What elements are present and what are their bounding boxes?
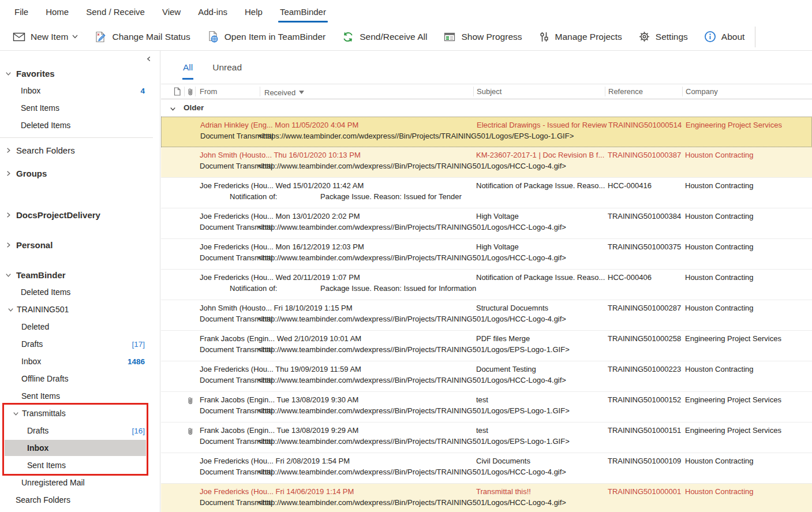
column-header-received-label: Received [264, 88, 295, 97]
chevron-down-icon [6, 306, 15, 313]
folder-label: Drafts [27, 426, 48, 435]
message-detail: <http://www.teambinder.com/wdexpress//Bi… [258, 162, 566, 170]
column-header-received[interactable]: Received [264, 87, 304, 97]
toolbar-button-label: Open Item in TeamBinder [224, 32, 325, 42]
message-subject: Notification of Package Issue. Reaso... [476, 181, 605, 190]
sidebar-item-sent-items[interactable]: Sent Items [0, 387, 160, 405]
message-row[interactable]: John Smith (Housto... Fri 18/10/2019 1:1… [161, 300, 812, 331]
sidebar-item-favorites[interactable]: Favorites [0, 65, 160, 82]
sidebar-item-transmittals[interactable]: Transmittals [0, 405, 160, 422]
ribbon-tab-file[interactable]: File [6, 0, 37, 23]
group-header-older[interactable]: Older [161, 99, 812, 117]
unread-count: 1486 [128, 357, 145, 366]
message-row[interactable]: Joe Fredericks (Hou... Mon 13/01/2020 2:… [161, 208, 812, 239]
message-detail: Package Issue. Reason: Issued for Inform… [320, 284, 476, 293]
sidebar-item-groups[interactable]: Groups [0, 165, 160, 182]
group-header-label: Older [184, 103, 204, 112]
folder-divider [0, 137, 153, 138]
toolbar-button-send-receive-all[interactable]: Send/Receive All [334, 23, 435, 50]
sidebar-item-drafts[interactable]: Drafts[16] [0, 422, 160, 439]
chevron-right-icon [3, 147, 13, 154]
message-detail: <https://www.teambinder.com/wdexpress//B… [259, 132, 574, 140]
toolbar-button-label: Change Mail Status [112, 32, 190, 42]
message-from-and-received: John Smith (Housto... Thu 16/01/2020 10:… [200, 151, 361, 159]
sidebar-item-search-folders[interactable]: Search Folders [0, 141, 160, 159]
filter-tab-all[interactable]: All [183, 51, 193, 84]
ribbon-tab-teambinder[interactable]: TeamBinder [271, 0, 335, 23]
message-subject: Electrical Drawings - Issued for Review [477, 121, 607, 129]
ribbon-tab-add-ins[interactable]: Add-ins [189, 0, 236, 23]
message-reference: TRAINING501000384 [608, 212, 681, 221]
sidebar-item-inbox[interactable]: Inbox [0, 439, 160, 457]
sidebar-item-drafts[interactable]: Drafts[17] [0, 335, 160, 353]
message-reference: TRAINING501000109 [608, 457, 681, 465]
message-row[interactable]: Frank Jacobs (Engin... Tue 13/08/2019 9:… [161, 392, 812, 423]
chevron-right-icon [3, 211, 13, 219]
message-row[interactable]: John Smith (Housto... Thu 16/01/2020 10:… [161, 147, 812, 178]
message-row[interactable]: Joe Fredericks (Hou... Wed 15/01/2020 11… [161, 178, 812, 208]
ribbon-tab-view[interactable]: View [154, 0, 189, 23]
sidebar-item-docsprojectdelivery[interactable]: DocsProjectDelivery [0, 206, 160, 223]
message-row[interactable]: Frank Jacobs (Engin... Tue 13/08/2019 9:… [161, 423, 812, 453]
sidebar-item-deleted-items[interactable]: Deleted Items [0, 117, 160, 134]
toolbar-button-label: Manage Projects [555, 32, 622, 42]
column-header-reference[interactable]: Reference [608, 87, 643, 96]
ribbon: FileHomeSend / ReceiveViewAdd-insHelpTea… [0, 0, 812, 51]
sidebar-item-offline-drafts[interactable]: Offline Drafts [0, 370, 160, 387]
toolbar-button-open-item-in-teambinder[interactable]: Open Item in TeamBinder [199, 23, 334, 50]
sidebar-item-teambinder[interactable]: TeamBinder [0, 266, 160, 283]
ribbon-tab-send-receive[interactable]: Send / Receive [77, 0, 154, 23]
toolbar-button-settings[interactable]: Settings [630, 23, 696, 50]
sidebar-item-deleted-items[interactable]: Deleted Items [0, 283, 160, 301]
toolbar-separator [755, 27, 755, 47]
sidebar-item-search-folders[interactable]: Search Folders [0, 491, 160, 509]
message-from-and-received: Adrian Hinkley (Eng... Mon 11/05/2020 4:… [200, 121, 358, 129]
message-from-and-received: John Smith (Housto... Fri 18/10/2019 1:1… [200, 304, 352, 312]
folder-label: Sent Items [21, 103, 59, 113]
sidebar-item-sent-items[interactable]: Sent Items [0, 457, 160, 474]
column-header-subject[interactable]: Subject [477, 87, 502, 96]
message-row[interactable]: Frank Jacobs (Engin... Wed 2/10/2019 10:… [161, 331, 812, 361]
message-subject: test [476, 395, 488, 404]
change-status-icon [94, 31, 107, 43]
message-reference: HCC-000406 [608, 273, 652, 282]
sidebar-item-inbox[interactable]: Inbox4 [0, 82, 160, 99]
sidebar-item-training501[interactable]: TRAINING501 [0, 301, 160, 318]
filter-tabs: AllUnread [161, 51, 812, 84]
toolbar-button-show-progress[interactable]: Show Progress [435, 23, 530, 50]
toolbar-button-manage-projects[interactable]: Manage Projects [530, 23, 630, 50]
message-row[interactable]: Joe Fredericks (Hou... Wed 20/11/2019 1:… [161, 270, 812, 300]
toolbar-button-change-mail-status[interactable]: Change Mail Status [86, 23, 198, 50]
item-type-column-page-icon[interactable] [174, 87, 181, 98]
attachment-column-paperclip-icon[interactable] [187, 87, 194, 99]
message-company: Engineering Project Services [685, 426, 781, 435]
message-subject: test [476, 426, 488, 435]
column-header-company[interactable]: Company [686, 87, 718, 96]
toolbar-button-about[interactable]: About [696, 23, 753, 50]
filter-tab-unread[interactable]: Unread [212, 51, 242, 84]
message-row[interactable]: Joe Fredericks (Hou... Fri 14/06/2019 1:… [161, 484, 812, 512]
chevron-down-icon [169, 104, 177, 115]
ribbon-tab-help[interactable]: Help [236, 0, 271, 23]
folder-label: Unregistered Mail [21, 478, 85, 487]
unread-count: 4 [140, 87, 145, 95]
sidebar-item-sent-items[interactable]: Sent Items [0, 99, 160, 117]
sidebar-item-unregistered-mail[interactable]: Unregistered Mail [0, 474, 160, 491]
ribbon-tab-home[interactable]: Home [37, 0, 77, 23]
message-reference: TRAINING501000375 [608, 242, 681, 251]
message-row[interactable]: Joe Fredericks (Hou... Fri 2/08/2019 1:5… [161, 453, 812, 484]
message-subject: High Voltage [476, 212, 519, 221]
sidebar-item-inbox[interactable]: Inbox1486 [0, 353, 160, 370]
toolbar-button-new-item[interactable]: New Item [5, 23, 86, 50]
folder-label: Sent Items [27, 461, 66, 470]
chevron-right-icon [3, 170, 13, 177]
message-row[interactable]: Joe Fredericks (Hou... Thu 19/09/2019 11… [161, 361, 812, 392]
message-company: Houston Contracting [685, 242, 754, 251]
message-reference: TRAINING501000001 [608, 487, 681, 496]
collapse-folder-pane-button[interactable] [144, 54, 154, 65]
sidebar-item-deleted[interactable]: Deleted [0, 318, 160, 335]
message-row[interactable]: Joe Fredericks (Hou... Mon 16/12/2019 12… [161, 239, 812, 270]
column-header-from[interactable]: From [200, 87, 217, 96]
message-row[interactable]: Adrian Hinkley (Eng... Mon 11/05/2020 4:… [161, 117, 812, 147]
sidebar-item-personal[interactable]: Personal [0, 236, 160, 253]
